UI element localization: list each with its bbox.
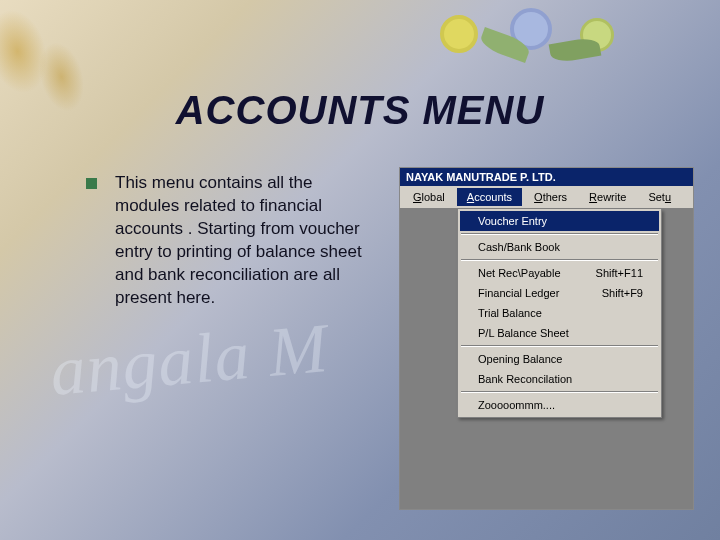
decor-floral — [420, 0, 680, 70]
menu-item-bank-reconcilation[interactable]: Bank Reconcilation — [460, 369, 659, 389]
menu-item-shortcut: Shift+F9 — [602, 287, 643, 299]
menu-item-financial-ledger[interactable]: Financial LedgerShift+F9 — [460, 283, 659, 303]
menu-item-zooooommm[interactable]: Zooooommm.... — [460, 395, 659, 415]
menubar-item-rewrite[interactable]: Rewrite — [579, 188, 636, 206]
menu-item-trial-balance[interactable]: Trial Balance — [460, 303, 659, 323]
menu-item-label: Bank Reconcilation — [478, 373, 572, 385]
slide-body-text: This menu contains all the modules relat… — [115, 172, 365, 310]
menubar-item-global[interactable]: Global — [403, 188, 455, 206]
menu-item-p-l-balance-sheet[interactable]: P/L Balance Sheet — [460, 323, 659, 343]
bullet-icon — [86, 178, 97, 189]
menu-item-label: Opening Balance — [478, 353, 562, 365]
menu-item-opening-balance[interactable]: Opening Balance — [460, 349, 659, 369]
app-workspace: Voucher EntryCash/Bank BookNet Rec\Payab… — [400, 209, 693, 509]
menu-separator — [461, 259, 658, 261]
menu-item-net-rec-payable[interactable]: Net Rec\PayableShift+F11 — [460, 263, 659, 283]
menu-item-label: Voucher Entry — [478, 215, 547, 227]
window-titlebar: NAYAK MANUTRADE P. LTD. — [400, 168, 693, 186]
menu-separator — [461, 233, 658, 235]
menu-item-cash-bank-book[interactable]: Cash/Bank Book — [460, 237, 659, 257]
menu-item-label: Trial Balance — [478, 307, 542, 319]
menubar: GlobalAccountsOthersRewriteSetu — [400, 186, 693, 209]
menu-item-label: Zooooommm.... — [478, 399, 555, 411]
menu-item-label: Financial Ledger — [478, 287, 559, 299]
slide-title: ACCOUNTS MENU — [0, 88, 720, 133]
menu-item-label: P/L Balance Sheet — [478, 327, 569, 339]
accounts-dropdown: Voucher EntryCash/Bank BookNet Rec\Payab… — [457, 209, 662, 418]
menubar-item-others[interactable]: Others — [524, 188, 577, 206]
watermark-text: angala M — [47, 308, 331, 412]
menu-item-label: Cash/Bank Book — [478, 241, 560, 253]
menu-item-shortcut: Shift+F11 — [596, 267, 643, 279]
menu-item-voucher-entry[interactable]: Voucher Entry — [460, 211, 659, 231]
menu-separator — [461, 391, 658, 393]
menu-item-label: Net Rec\Payable — [478, 267, 561, 279]
menubar-item-accounts[interactable]: Accounts — [457, 188, 522, 206]
embedded-app-window: NAYAK MANUTRADE P. LTD. GlobalAccountsOt… — [400, 168, 693, 509]
menubar-item-setu[interactable]: Setu — [638, 188, 681, 206]
menu-separator — [461, 345, 658, 347]
